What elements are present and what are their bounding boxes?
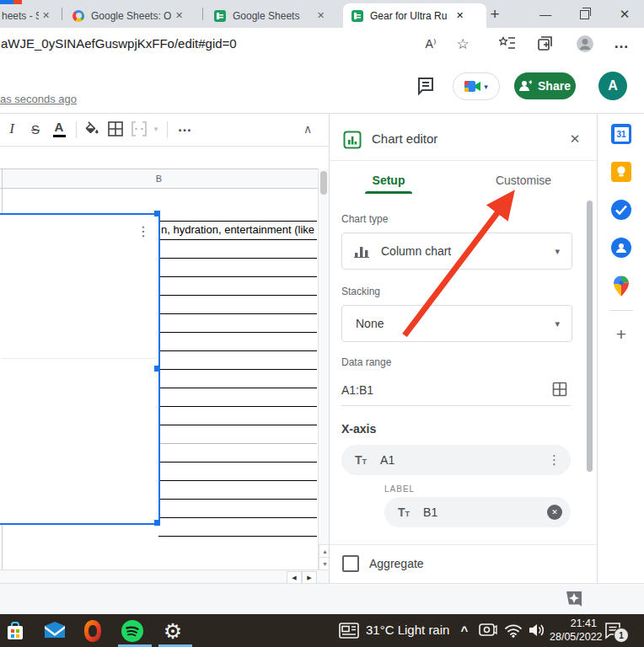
browser-profile-avatar[interactable] bbox=[575, 34, 595, 54]
panel-title: Chart editor bbox=[372, 131, 437, 146]
italic-button[interactable]: I bbox=[2, 119, 22, 139]
sheets-header-row: as seconds ago ▾ Share bbox=[0, 59, 644, 113]
tab-close-icon[interactable]: ✕ bbox=[317, 10, 325, 21]
stacking-label: Stacking bbox=[341, 286, 380, 297]
tab-setup[interactable]: Setup bbox=[365, 171, 412, 190]
meet-now-icon[interactable] bbox=[479, 623, 497, 638]
scroll-left-icon[interactable]: ◀ bbox=[287, 571, 302, 584]
vertical-scrollbar-track[interactable]: ▲ ▼ bbox=[318, 168, 330, 569]
collapse-toolbar-button[interactable]: ∧ bbox=[297, 119, 319, 139]
remove-label-icon[interactable]: ✕ bbox=[547, 505, 562, 520]
taskbar: ⚙ 31°C Light rain ^ bbox=[0, 614, 644, 647]
google-keep-icon[interactable] bbox=[611, 162, 631, 182]
tab-close-icon[interactable]: ✕ bbox=[456, 10, 464, 21]
column-header-B[interactable]: B bbox=[0, 168, 318, 189]
grid-row-line bbox=[158, 369, 317, 370]
sheets-favicon bbox=[352, 10, 363, 22]
strikethrough-button[interactable]: S bbox=[25, 119, 46, 139]
tab-title: Gear for Ultra Ru bbox=[370, 10, 456, 22]
cell-text[interactable]: n, hydration, entertainment (like bbox=[161, 223, 317, 236]
borders-button[interactable] bbox=[108, 121, 123, 136]
news-weather-icon[interactable] bbox=[339, 623, 359, 639]
google-tasks-icon[interactable] bbox=[611, 200, 631, 220]
data-range-value: A1:B1 bbox=[341, 383, 373, 397]
chart-type-label: Chart type bbox=[341, 213, 388, 225]
tab-customise[interactable]: Customise bbox=[491, 171, 555, 190]
minimize-button[interactable]: — bbox=[533, 3, 558, 25]
label-value: B1 bbox=[423, 505, 437, 519]
stacking-dropdown[interactable]: None ▾ bbox=[341, 305, 572, 342]
office-icon[interactable] bbox=[81, 618, 105, 644]
panel-scrollbar-thumb[interactable] bbox=[587, 201, 593, 472]
column-chart-icon bbox=[354, 244, 369, 258]
merge-cells-button[interactable] bbox=[131, 121, 147, 136]
vertical-scrollbar-thumb[interactable] bbox=[320, 171, 327, 195]
volume-icon[interactable] bbox=[528, 623, 545, 638]
stacking-value: None bbox=[356, 317, 384, 330]
add-addon-plus-icon[interactable]: + bbox=[611, 324, 631, 345]
merge-dropdown-icon[interactable]: ▾ bbox=[150, 122, 162, 136]
tab-4-active[interactable]: Gear for Ultra Ru ✕ bbox=[343, 3, 486, 28]
chart-more-menu-icon[interactable]: ⋮ bbox=[135, 220, 152, 242]
google-maps-icon[interactable] bbox=[611, 275, 631, 296]
text-color-button[interactable]: A bbox=[49, 117, 69, 136]
last-edit-status[interactable]: as seconds ago bbox=[0, 93, 77, 105]
tab-title: Google Sheets bbox=[233, 10, 317, 22]
clock[interactable]: 21:41 28/05/2022 bbox=[550, 617, 597, 644]
data-range-field[interactable]: A1:B1 bbox=[341, 375, 571, 406]
notification-badge[interactable]: 1 bbox=[614, 628, 629, 643]
url-text[interactable]: aWJE_0ySINAefGuswpjKxFFo/edit#gid=0 bbox=[1, 36, 397, 51]
panel-close-icon[interactable]: ✕ bbox=[564, 128, 586, 150]
read-aloud-icon[interactable]: A⁾ bbox=[420, 35, 442, 53]
aggregate-checkbox[interactable] bbox=[342, 555, 359, 572]
screen: heets - S ✕ Google Sheets: O ✕ Google Sh… bbox=[0, 0, 644, 647]
restore-button[interactable] bbox=[572, 3, 597, 25]
share-button[interactable]: Share bbox=[514, 72, 576, 99]
selected-chart[interactable]: ⋮ bbox=[0, 213, 160, 525]
x-axis-label-chip[interactable]: TT B1 ✕ bbox=[384, 497, 571, 527]
horizontal-scrollbar-track[interactable]: ◀ ▶ bbox=[0, 569, 329, 584]
chart-handle-bottom-right[interactable] bbox=[154, 520, 160, 526]
chart-axis-line bbox=[2, 358, 157, 359]
google-contacts-icon[interactable] bbox=[611, 238, 631, 258]
x-axis-menu-icon[interactable]: ⋮ bbox=[548, 452, 561, 468]
x-axis-chip[interactable]: TT A1 ⋮ bbox=[341, 445, 571, 475]
browser-settings-menu-icon[interactable]: … bbox=[609, 32, 634, 54]
google-calendar-icon[interactable]: 31 bbox=[611, 124, 631, 144]
comment-icon[interactable] bbox=[416, 76, 436, 96]
tab-2[interactable]: Google Sheets: O ✕ bbox=[67, 3, 201, 28]
tab-1[interactable]: heets - S ✕ bbox=[0, 3, 57, 28]
chart-type-value: Column chart bbox=[381, 244, 451, 258]
scroll-right-icon[interactable]: ▶ bbox=[302, 571, 317, 584]
select-data-range-grid-icon[interactable] bbox=[552, 382, 567, 397]
fill-color-button[interactable] bbox=[83, 120, 100, 137]
chart-handle-top-right[interactable] bbox=[154, 211, 160, 217]
tab-title: Google Sheets: O bbox=[91, 10, 175, 22]
meet-video-call-button[interactable]: ▾ bbox=[453, 72, 500, 100]
add-favorite-star-icon[interactable]: ☆ bbox=[452, 34, 474, 54]
tab-setup-underline bbox=[365, 191, 412, 194]
close-window-button[interactable]: ✕ bbox=[612, 3, 637, 25]
tab-3[interactable]: Google Sheets ✕ bbox=[209, 3, 342, 28]
explore-icon[interactable] bbox=[563, 588, 585, 610]
microsoft-store-icon[interactable] bbox=[3, 619, 27, 643]
share-label: Share bbox=[538, 79, 571, 93]
toolbar-separator bbox=[167, 121, 168, 138]
font-style-icon: TT bbox=[355, 453, 367, 467]
wifi-icon[interactable] bbox=[504, 623, 523, 638]
chart-handle-mid-right[interactable] bbox=[154, 366, 160, 372]
collections-icon[interactable] bbox=[538, 36, 555, 51]
more-toolbar-options-button[interactable]: … bbox=[174, 117, 196, 137]
favorites-hub-icon[interactable] bbox=[499, 36, 516, 51]
mail-icon[interactable] bbox=[42, 620, 67, 642]
tab-close-icon[interactable]: ✕ bbox=[42, 10, 50, 21]
grid-row-line bbox=[158, 258, 317, 259]
tab-close-icon[interactable]: ✕ bbox=[175, 10, 183, 21]
account-avatar[interactable]: A bbox=[598, 72, 627, 100]
settings-gear-icon[interactable]: ⚙ bbox=[160, 618, 185, 644]
chart-type-dropdown[interactable]: Column chart ▾ bbox=[341, 233, 572, 270]
spotify-icon[interactable] bbox=[120, 618, 145, 644]
tray-expand-icon[interactable]: ^ bbox=[455, 621, 474, 639]
weather-status[interactable]: 31°C Light rain bbox=[366, 623, 449, 637]
new-tab-button[interactable]: + bbox=[484, 3, 506, 25]
